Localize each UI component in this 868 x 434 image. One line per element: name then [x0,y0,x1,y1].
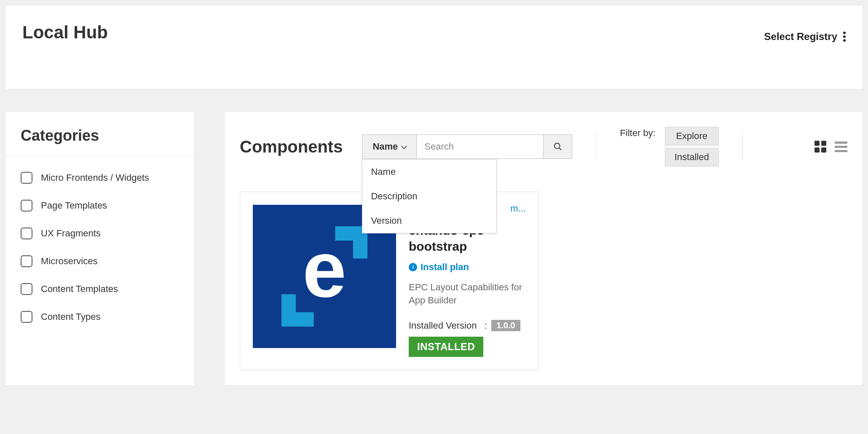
category-label: Content Templates [41,284,118,295]
filter-installed-button[interactable]: Installed [665,148,719,166]
info-icon: i [409,263,417,271]
categories-title: Categories [5,112,194,156]
checkbox[interactable] [21,311,32,323]
filter-section: Filter by: Explore Installed [620,127,718,166]
checkbox[interactable] [21,172,32,184]
category-item[interactable]: Microservices [21,255,179,267]
search-type-menu: Name Description Version [362,159,497,233]
main-row: Categories Micro Frontends / Widgets Pag… [0,94,868,386]
view-toggle [814,141,847,153]
header-card: Local Hub Select Registry [5,5,863,89]
search-type-option[interactable]: Name [362,160,496,184]
search-icon [553,142,563,151]
filter-buttons: Explore Installed [665,127,719,166]
search-input[interactable] [417,135,543,158]
chevron-down-icon [401,143,407,149]
category-item[interactable]: Micro Frontends / Widgets [21,172,179,184]
page-title: Local Hub [22,22,108,43]
install-plan-label: Install plan [421,262,469,273]
select-registry-label: Select Registry [764,31,837,43]
component-description: EPC Layout Capabilities for App Builder [409,281,526,307]
search-type-option[interactable]: Description [362,184,496,209]
divider [742,134,743,159]
checkbox[interactable] [21,255,32,267]
filter-explore-button[interactable]: Explore [665,127,719,145]
kebab-icon[interactable] [843,32,846,42]
version-colon: : [485,320,487,331]
checkbox[interactable] [21,283,32,295]
divider [596,134,596,159]
category-item[interactable]: Page Templates [21,200,179,212]
list-view-icon[interactable] [835,142,847,152]
category-label: Content Types [41,311,100,322]
category-label: Microservices [41,256,97,267]
category-label: Micro Frontends / Widgets [41,172,149,183]
version-badge: 1.0.0 [491,320,520,331]
select-registry[interactable]: Select Registry [764,31,846,43]
svg-point-0 [555,143,560,149]
version-row: Installed Version : 1.0.0 [409,320,526,332]
install-plan-link[interactable]: i Install plan [409,262,526,273]
svg-line-1 [559,148,562,150]
category-label: UX Fragments [41,228,101,239]
component-link-truncated[interactable]: m... [510,203,526,214]
checkbox[interactable] [21,228,32,239]
content-header: Components Name Name Description Version [240,127,847,166]
checkbox[interactable] [21,200,32,212]
category-item[interactable]: UX Fragments [21,228,179,239]
category-item[interactable]: Content Types [21,311,179,323]
grid-view-icon[interactable] [814,141,826,153]
filter-label: Filter by: [620,127,655,140]
search-type-label: Name [372,141,398,152]
search-type-dropdown[interactable]: Name [362,135,417,158]
categories-list: Micro Frontends / Widgets Page Templates… [5,157,194,338]
categories-sidebar: Categories Micro Frontends / Widgets Pag… [5,111,195,386]
search-button[interactable] [543,135,572,158]
search-type-option[interactable]: Version [362,209,496,233]
search-group: Name Name Description Version [362,134,572,159]
components-title: Components [240,137,343,156]
content-panel: Components Name Name Description Version [224,111,863,386]
version-label: Installed Version [409,320,480,332]
svg-text:e: e [303,225,346,313]
category-item[interactable]: Content Templates [21,283,179,295]
status-badge: INSTALLED [409,337,483,357]
category-label: Page Templates [41,200,107,211]
